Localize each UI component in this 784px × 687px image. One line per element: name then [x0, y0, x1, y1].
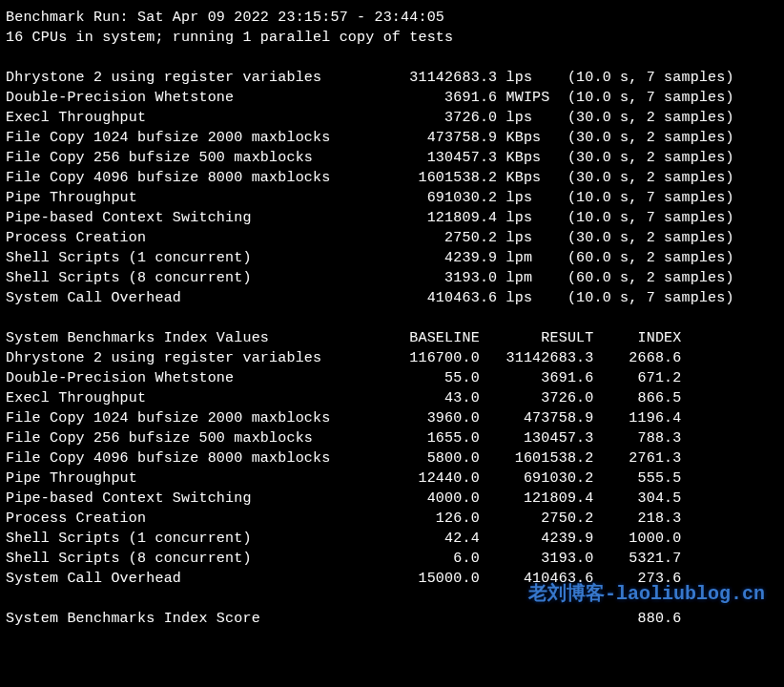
- benchmark-result-row: File Copy 1024 bufsize 2000 maxblocks 47…: [6, 128, 778, 148]
- spacer: [6, 48, 778, 68]
- index-row: Process Creation 126.0 2750.2 218.3: [6, 509, 778, 529]
- index-row: Shell Scripts (1 concurrent) 42.4 4239.9…: [6, 529, 778, 549]
- index-row: File Copy 256 bufsize 500 maxblocks 1655…: [6, 428, 778, 448]
- index-row: Pipe-based Context Switching 4000.0 1218…: [6, 489, 778, 509]
- index-row: Shell Scripts (8 concurrent) 6.0 3193.0 …: [6, 549, 778, 569]
- index-block: Dhrystone 2 using register variables 116…: [6, 348, 778, 589]
- index-row: Execl Throughput 43.0 3726.0 866.5: [6, 388, 778, 408]
- index-row: File Copy 4096 bufsize 8000 maxblocks 58…: [6, 448, 778, 468]
- benchmark-result-row: Process Creation 2750.2 lps (30.0 s, 2 s…: [6, 228, 778, 248]
- results-block: Dhrystone 2 using register variables 311…: [6, 68, 778, 308]
- benchmark-result-row: File Copy 256 bufsize 500 maxblocks 1304…: [6, 148, 778, 168]
- index-row: Pipe Throughput 12440.0 691030.2 555.5: [6, 468, 778, 489]
- index-header-line: System Benchmarks Index Values BASELINE …: [6, 328, 778, 348]
- spacer: [6, 308, 778, 328]
- benchmark-result-row: Pipe Throughput 691030.2 lps (10.0 s, 7 …: [6, 188, 778, 208]
- cpu-info-line: 16 CPUs in system; running 1 parallel co…: [6, 28, 778, 48]
- benchmark-result-row: System Call Overhead 410463.6 lps (10.0 …: [6, 288, 778, 308]
- benchmark-result-row: Execl Throughput 3726.0 lps (30.0 s, 2 s…: [6, 108, 778, 128]
- score-line: System Benchmarks Index Score 880.6: [6, 609, 778, 629]
- benchmark-result-row: Shell Scripts (1 concurrent) 4239.9 lpm …: [6, 248, 778, 268]
- benchmark-run-line: Benchmark Run: Sat Apr 09 2022 23:15:57 …: [6, 8, 778, 28]
- benchmark-result-row: Dhrystone 2 using register variables 311…: [6, 68, 778, 88]
- watermark-text: 老刘博客-laoliublog.cn: [528, 581, 765, 608]
- index-row: File Copy 1024 bufsize 2000 maxblocks 39…: [6, 408, 778, 428]
- benchmark-result-row: Double-Precision Whetstone 3691.6 MWIPS …: [6, 88, 778, 108]
- benchmark-result-row: File Copy 4096 bufsize 8000 maxblocks 16…: [6, 168, 778, 188]
- index-row: Double-Precision Whetstone 55.0 3691.6 6…: [6, 368, 778, 388]
- benchmark-result-row: Pipe-based Context Switching 121809.4 lp…: [6, 208, 778, 228]
- index-row: Dhrystone 2 using register variables 116…: [6, 348, 778, 368]
- benchmark-result-row: Shell Scripts (8 concurrent) 3193.0 lpm …: [6, 268, 778, 288]
